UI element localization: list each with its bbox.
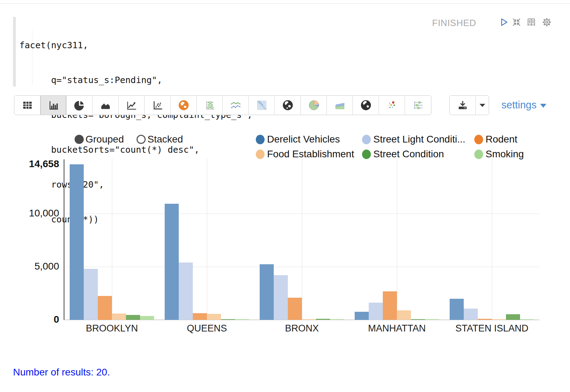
bar[interactable] bbox=[425, 319, 439, 320]
bar[interactable] bbox=[330, 319, 344, 320]
bar[interactable] bbox=[221, 319, 235, 320]
bar[interactable] bbox=[288, 298, 302, 320]
bar[interactable] bbox=[70, 164, 84, 320]
bar[interactable] bbox=[260, 264, 274, 320]
bar[interactable] bbox=[383, 291, 397, 320]
bar[interactable] bbox=[165, 204, 179, 320]
y-axis-line bbox=[64, 159, 64, 320]
y-axis-tick-label: 14,658 bbox=[0, 158, 59, 170]
bar[interactable] bbox=[316, 319, 330, 320]
bar[interactable] bbox=[140, 316, 154, 320]
bar[interactable] bbox=[506, 314, 520, 320]
gridline-vertical bbox=[492, 158, 492, 320]
chart-plot: 14,65810,0005,0000BROOKLYNQUEENSBRONXMAN… bbox=[0, 0, 570, 392]
bar[interactable] bbox=[274, 275, 288, 320]
bar[interactable] bbox=[84, 269, 98, 320]
y-axis-tick-label: 5,000 bbox=[0, 261, 59, 272]
notebook-paragraph: facet(nyc311, q="status_s:Pending", buck… bbox=[0, 0, 570, 392]
bar[interactable] bbox=[492, 319, 506, 320]
result-count-text: Number of results: 20. bbox=[13, 367, 110, 378]
bar[interactable] bbox=[397, 310, 411, 320]
bar[interactable] bbox=[193, 313, 207, 320]
bar[interactable] bbox=[207, 314, 221, 320]
gridline-vertical bbox=[302, 158, 302, 320]
bar[interactable] bbox=[98, 296, 112, 320]
bar[interactable] bbox=[478, 319, 492, 320]
bar[interactable] bbox=[235, 319, 249, 320]
bar[interactable] bbox=[520, 319, 534, 320]
bar[interactable] bbox=[355, 312, 369, 320]
bar[interactable] bbox=[464, 309, 478, 320]
bar[interactable] bbox=[411, 319, 425, 320]
gridline-vertical bbox=[397, 158, 397, 320]
y-axis-tick-label: 10,000 bbox=[0, 208, 59, 219]
gridline-vertical bbox=[112, 158, 112, 320]
bar[interactable] bbox=[369, 303, 383, 320]
bar[interactable] bbox=[450, 299, 464, 320]
bar[interactable] bbox=[126, 315, 140, 320]
gridline-vertical bbox=[207, 158, 207, 320]
bar[interactable] bbox=[112, 314, 126, 320]
bar[interactable] bbox=[302, 319, 316, 320]
x-axis-label: STATEN ISLAND bbox=[436, 323, 548, 334]
bar[interactable] bbox=[179, 263, 193, 320]
y-axis-tick-label: 0 bbox=[0, 314, 59, 325]
